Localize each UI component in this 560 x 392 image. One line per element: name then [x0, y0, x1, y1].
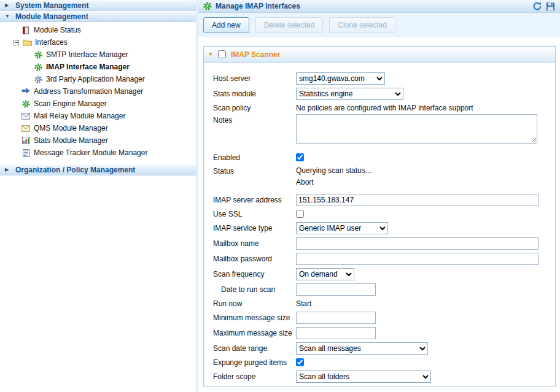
field-label: Status: [213, 167, 296, 175]
sidebar-section-label: Organization / Policy Management: [15, 166, 135, 174]
field-label: Mailbox password: [213, 255, 296, 263]
main-panel: Manage IMAP Interfaces Add new Delete se…: [198, 0, 560, 392]
envelope-icon: [21, 125, 31, 132]
field-use-ssl: Use SSL: [213, 207, 546, 220]
delete-selected-button[interactable]: Delete selected: [255, 17, 324, 33]
collapse-arrow-icon: ▼: [5, 14, 10, 19]
imap-scanner-form: Host server smg140.gwava.com Stats modul…: [204, 63, 555, 386]
field-expunge-purged-items: Expunge purged items: [213, 356, 546, 369]
sidebar-item-mail-relay-module-manager[interactable]: Mail Relay Module Manager: [0, 110, 196, 122]
tree-item-label: Module Status: [34, 26, 81, 34]
field-label: Enabled: [213, 153, 296, 162]
sidebar-item-module-status[interactable]: Module Status: [0, 24, 196, 36]
tree-item-label: SMTP Interface Manager: [46, 50, 128, 59]
imap-scanner-panel-header: ▼ IMAP Scanner: [204, 47, 555, 63]
use-ssl-checkbox[interactable]: [296, 210, 304, 218]
chart-icon: [21, 137, 31, 144]
field-scan-policy: Scan policy No policies are configured w…: [213, 101, 546, 114]
sidebar-section-system-management[interactable]: ▶ System Management: [0, 0, 196, 11]
save-icon[interactable]: [546, 2, 555, 11]
field-label: Scan date range: [213, 344, 296, 353]
folder-scope-select[interactable]: Scan all folders: [296, 371, 431, 383]
field-stats-module: Stats module Statistics engine: [213, 86, 546, 101]
sidebar-section-organization-policy-management[interactable]: ▶ Organization / Policy Management: [0, 164, 196, 175]
field-label: Minimum message size: [213, 313, 296, 322]
tree-item-label: QMS Module Manager: [34, 124, 108, 133]
field-label: Expunge purged items: [213, 358, 296, 367]
scan-frequency-select[interactable]: On demand: [296, 268, 354, 280]
gear-icon: [21, 100, 31, 108]
start-action[interactable]: Start: [296, 299, 311, 308]
field-date-to-run-scan: Date to run scan: [213, 282, 546, 297]
field-scan-date-range: Scan date range Scan all messages: [213, 340, 546, 356]
field-folder-scope: Folder scope Scan all folders: [213, 369, 546, 384]
tree-item-label: Message Tracker Module Manager: [34, 148, 147, 157]
section-collapse-icon[interactable]: ▼: [208, 52, 213, 57]
tree-item-label: Address Transformation Manager: [34, 87, 143, 96]
field-mailbox-password: Mailbox password: [213, 251, 546, 266]
sidebar-item-scan-engine-manager[interactable]: Scan Engine Manager: [0, 98, 196, 110]
field-run-now: Run now Start: [213, 297, 546, 310]
sidebar-item-smtp-interface-manager[interactable]: SMTP Interface Manager: [0, 48, 196, 61]
date-to-run-scan-input[interactable]: [296, 283, 376, 296]
abort-action[interactable]: Abort: [296, 177, 546, 188]
sidebar-item-address-transformation-manager[interactable]: Address Transformation Manager: [0, 85, 196, 98]
field-status: Status Querying scan status... Abort: [213, 165, 546, 192]
enabled-checkbox[interactable]: [296, 153, 304, 161]
sidebar-section-label: System Management: [15, 1, 88, 10]
field-mailbox-name: Mailbox name: [213, 236, 546, 251]
field-minimum-message-size: Minimum message size: [213, 310, 546, 325]
mailbox-password-input[interactable]: [296, 253, 539, 265]
field-label: Notes: [213, 116, 296, 125]
minimum-message-size-input[interactable]: [296, 312, 376, 324]
tree-item-label: Interfaces: [35, 38, 68, 47]
imap-scanner-panel: ▼ IMAP Scanner Host server smg140.gwava.…: [203, 46, 556, 387]
expand-arrow-icon: ▶: [5, 167, 10, 172]
stats-module-select[interactable]: Statistics engine: [296, 88, 403, 100]
content-area: ▼ IMAP Scanner Host server smg140.gwava.…: [198, 37, 560, 392]
sidebar-item-interfaces[interactable]: Interfaces: [0, 36, 196, 48]
expunge-purged-items-checkbox[interactable]: [296, 358, 304, 366]
status-text: Querying scan status...: [296, 165, 546, 177]
field-label: Stats module: [213, 90, 296, 98]
mailbox-name-input[interactable]: [296, 237, 539, 250]
manage-interfaces-icon: [203, 2, 212, 10]
sidebar-item-message-tracker-module-manager[interactable]: Message Tracker Module Manager: [0, 147, 196, 159]
field-notes: Notes: [213, 114, 546, 150]
sidebar-item-3rd-party-application-manager[interactable]: 3rd Party Application Manager: [0, 73, 196, 85]
notes-textarea[interactable]: [296, 114, 537, 144]
sidebar-section-label: Module Management: [15, 12, 88, 21]
field-label: Host server: [213, 74, 296, 83]
page-header: Manage IMAP Interfaces: [198, 0, 560, 13]
folder-icon: [22, 39, 32, 46]
imap-server-address-input[interactable]: [296, 194, 539, 206]
field-label: Run now: [213, 299, 296, 308]
field-imap-service-type: IMAP service type Generic IMAP user: [213, 220, 546, 236]
sidebar-item-stats-module-manager[interactable]: Stats Module Manager: [0, 134, 196, 147]
scan-date-range-select[interactable]: Scan all messages: [296, 342, 428, 355]
field-imap-server-address: IMAP server address: [213, 192, 546, 207]
sidebar-section-module-management[interactable]: ▼ Module Management: [0, 11, 196, 22]
navigation-sidebar: ▶ System Management ▼ Module Management …: [0, 0, 196, 392]
sidebar-item-imap-interface-manager[interactable]: IMAP Interface Manager: [0, 61, 196, 73]
imap-service-type-select[interactable]: Generic IMAP user: [296, 222, 388, 234]
header-actions: [532, 1, 555, 11]
maximum-message-size-input[interactable]: [296, 327, 376, 339]
host-server-select[interactable]: smg140.gwava.com: [296, 72, 385, 85]
collapse-expander-icon[interactable]: [14, 40, 19, 45]
page-title: Manage IMAP Interfaces: [216, 2, 300, 10]
gear-icon: [33, 63, 43, 71]
add-new-button[interactable]: Add new: [203, 17, 249, 33]
app-window: ▶ System Management ▼ Module Management …: [0, 0, 560, 392]
tree-item-label: IMAP Interface Manager: [46, 63, 130, 71]
expand-arrow-icon: ▶: [5, 3, 10, 8]
tree-item-label: 3rd Party Application Manager: [46, 75, 145, 83]
module-management-tree: Module Status Interfaces SMTP Interface …: [0, 22, 196, 159]
gear-icon: [33, 75, 43, 83]
sidebar-item-qms-module-manager[interactable]: QMS Module Manager: [0, 122, 196, 134]
clone-selected-button[interactable]: Clone selected: [329, 17, 395, 33]
imap-scanner-select-checkbox[interactable]: [218, 50, 226, 58]
action-toolbar: Add new Delete selected Clone selected: [198, 13, 560, 37]
refresh-icon[interactable]: [532, 1, 542, 11]
field-label: IMAP service type: [213, 224, 296, 233]
